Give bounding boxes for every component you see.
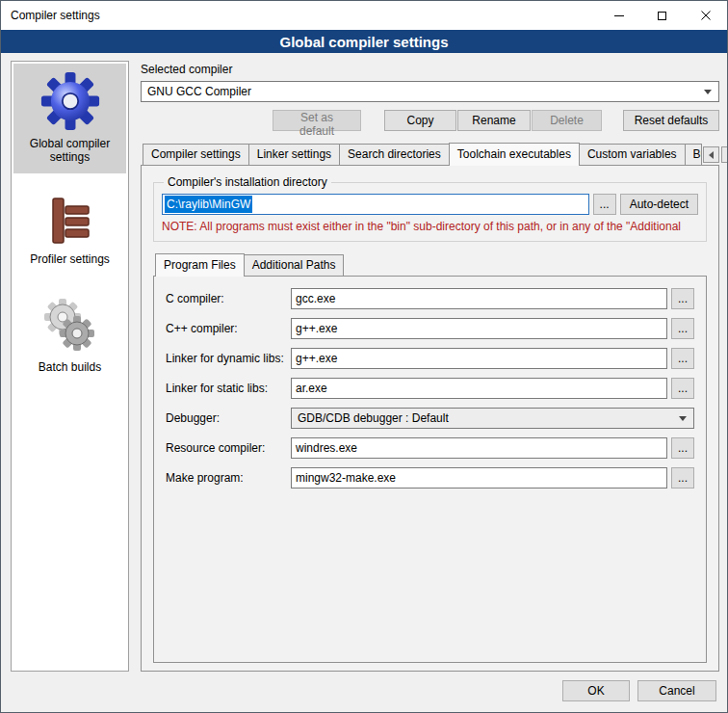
cpp-compiler-browse-button[interactable]: ...	[671, 318, 694, 339]
cancel-button[interactable]: Cancel	[637, 680, 716, 701]
arrow-left-icon	[709, 151, 714, 159]
program-tabs: Program Files Additional Paths	[153, 253, 707, 276]
c-compiler-input[interactable]: gcc.exe	[291, 288, 667, 309]
tab-search-directories[interactable]: Search directories	[339, 144, 450, 165]
dialog-body: Global compiler settings Profiler settin…	[1, 53, 727, 677]
installation-directory-value: C:\raylib\MinGW	[165, 196, 252, 213]
dynamic-linker-value: g++.exe	[296, 352, 337, 365]
resource-compiler-input[interactable]: windres.exe	[291, 437, 667, 459]
make-program-row: Make program: mingw32-make.exe ...	[166, 467, 694, 489]
copy-button[interactable]: Copy	[384, 110, 456, 131]
installation-directory-row: C:\raylib\MinGW ... Auto-detect	[162, 194, 698, 215]
resource-compiler-value: windres.exe	[296, 441, 357, 455]
batch-gears-icon	[41, 297, 99, 355]
profiler-icon	[44, 195, 96, 247]
tab-custom-variables[interactable]: Custom variables	[579, 144, 686, 165]
minimize-button[interactable]	[597, 1, 640, 30]
dialog-footer: OK Cancel	[1, 677, 727, 712]
static-linker-row: Linker for static libs: ar.exe ...	[166, 378, 694, 399]
tab-build-options[interactable]: Buil	[685, 144, 702, 165]
selected-compiler-label: Selected compiler	[141, 63, 719, 76]
cpp-compiler-label: C++ compiler:	[166, 322, 291, 335]
resource-compiler-browse-button[interactable]: ...	[671, 437, 694, 459]
static-linker-browse-button[interactable]: ...	[671, 378, 694, 399]
sidebar-item-label: Batch builds	[15, 360, 124, 374]
installation-directory-input[interactable]: C:\raylib\MinGW	[162, 194, 589, 215]
delete-button[interactable]: Delete	[532, 110, 602, 131]
tab-scroll-right-button[interactable]	[721, 146, 728, 163]
installation-directory-group: Compiler's installation directory C:\ray…	[153, 175, 707, 242]
c-compiler-row: C compiler: gcc.exe ...	[166, 288, 694, 309]
installation-directory-legend: Compiler's installation directory	[164, 175, 331, 189]
close-icon	[701, 11, 711, 20]
sidebar-item-global-compiler-settings[interactable]: Global compiler settings	[13, 64, 126, 173]
tab-linker-settings[interactable]: Linker settings	[248, 144, 340, 165]
tab-toolchain-executables[interactable]: Toolchain executables	[449, 143, 580, 166]
resource-compiler-row: Resource compiler: windres.exe ...	[166, 437, 694, 459]
resource-compiler-label: Resource compiler:	[166, 441, 291, 455]
debugger-label: Debugger:	[166, 411, 291, 425]
set-as-default-button[interactable]: Set as default	[273, 110, 361, 131]
static-linker-value: ar.exe	[296, 382, 327, 395]
sidebar-item-label: Profiler settings	[15, 252, 124, 266]
titlebar: Compiler settings	[1, 1, 727, 30]
dynamic-linker-input[interactable]: g++.exe	[291, 348, 667, 369]
tab-scroll-controls	[701, 146, 728, 165]
chevron-down-icon	[704, 90, 712, 94]
c-compiler-label: C compiler:	[166, 292, 291, 305]
make-program-browse-button[interactable]: ...	[671, 467, 694, 489]
cpp-compiler-row: C++ compiler: g++.exe ...	[166, 318, 694, 339]
make-program-input[interactable]: mingw32-make.exe	[291, 467, 667, 489]
settings-sidebar: Global compiler settings Profiler settin…	[11, 61, 129, 672]
static-linker-input[interactable]: ar.exe	[291, 378, 667, 399]
main-panel: Selected compiler GNU GCC Compiler Set a…	[141, 61, 719, 672]
debugger-select-value: GDB/CDB debugger : Default	[298, 411, 679, 425]
compiler-select[interactable]: GNU GCC Compiler	[141, 81, 719, 102]
minimize-icon	[614, 15, 624, 16]
sidebar-item-label: Global compiler settings	[15, 137, 124, 164]
tab-program-files[interactable]: Program Files	[155, 253, 245, 277]
window-title: Compiler settings	[1, 9, 597, 22]
dynamic-linker-browse-button[interactable]: ...	[671, 348, 694, 369]
ok-button[interactable]: OK	[562, 680, 630, 701]
tab-additional-paths[interactable]: Additional Paths	[244, 254, 345, 276]
page-title-banner: Global compiler settings	[1, 30, 727, 53]
compiler-tabs: Compiler settings Linker settings Search…	[141, 143, 719, 165]
dynamic-linker-label: Linker for dynamic libs:	[166, 352, 291, 365]
reset-defaults-button[interactable]: Reset defaults	[623, 110, 719, 131]
program-files-page: C compiler: gcc.exe ... C++ compiler: g+…	[153, 276, 707, 663]
window-controls	[597, 1, 727, 30]
cpp-compiler-input[interactable]: g++.exe	[291, 318, 667, 339]
sidebar-item-profiler-settings[interactable]: Profiler settings	[13, 187, 126, 276]
compiler-settings-window: Compiler settings Global compiler settin…	[0, 0, 728, 713]
rename-button[interactable]: Rename	[457, 110, 531, 131]
maximize-icon	[658, 12, 666, 20]
make-program-label: Make program:	[166, 471, 291, 485]
compiler-select-value: GNU GCC Compiler	[147, 85, 704, 98]
maximize-button[interactable]	[640, 1, 684, 30]
static-linker-label: Linker for static libs:	[166, 382, 291, 395]
debugger-row: Debugger: GDB/CDB debugger : Default	[166, 408, 694, 429]
gear-blue-icon	[40, 71, 100, 131]
dynamic-linker-row: Linker for dynamic libs: g++.exe ...	[166, 348, 694, 369]
chevron-down-icon	[679, 416, 687, 421]
debugger-select[interactable]: GDB/CDB debugger : Default	[291, 408, 694, 429]
compiler-actions: Set as default Copy Rename Delete Reset …	[141, 110, 719, 131]
tab-compiler-settings[interactable]: Compiler settings	[143, 144, 249, 165]
tab-scroll-left-button[interactable]	[703, 146, 719, 163]
installation-directory-browse-button[interactable]: ...	[593, 194, 616, 215]
auto-detect-button[interactable]: Auto-detect	[620, 194, 698, 215]
c-compiler-browse-button[interactable]: ...	[671, 288, 694, 309]
close-button[interactable]	[684, 1, 727, 30]
sidebar-item-batch-builds[interactable]: Batch builds	[13, 289, 126, 383]
note-text: NOTE: All programs must exist either in …	[162, 220, 698, 233]
make-program-value: mingw32-make.exe	[296, 471, 396, 485]
cpp-compiler-value: g++.exe	[296, 322, 337, 335]
toolchain-executables-page: Compiler's installation directory C:\ray…	[141, 165, 719, 672]
c-compiler-value: gcc.exe	[296, 292, 335, 305]
